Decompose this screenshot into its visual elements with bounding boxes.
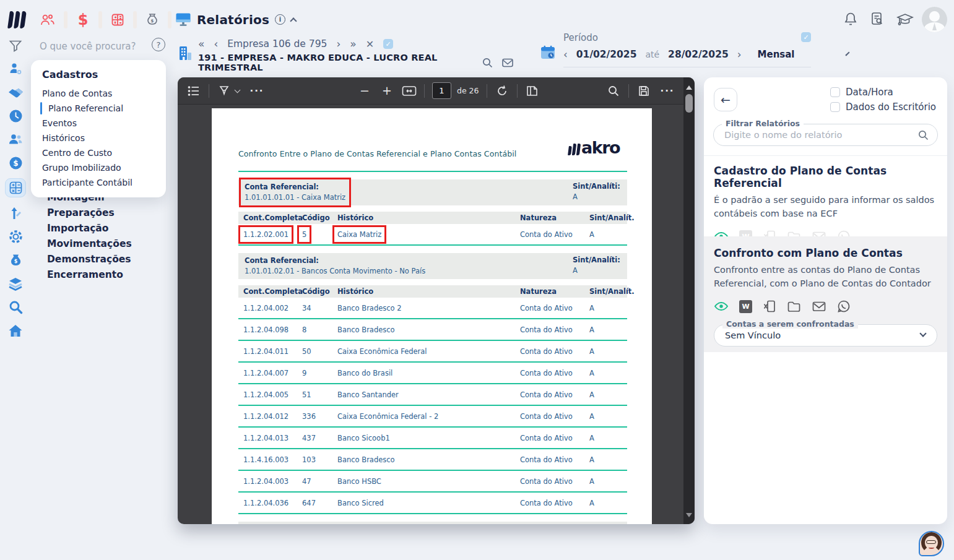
company-checkbox[interactable]: ✓ [383,39,393,49]
menu-item-label: Grupo Imobilizado [42,163,121,173]
previous-period-button[interactable]: ‹ [563,48,568,61]
clients-icon[interactable] [40,11,56,28]
menu-item-grupo-imobilizado[interactable]: Grupo Imobilizado [31,160,166,175]
menu-item-centro-de-custo[interactable]: Centro de Custo [31,145,166,160]
sidebar-section-demonstracoes[interactable]: Demonstrações [47,252,132,267]
zoom-out-button[interactable]: − [357,82,372,100]
menu-item-historicos[interactable]: Históricos [31,131,166,145]
export-whatsapp-icon[interactable] [837,299,851,313]
period-mode-chevron-icon[interactable] [845,51,849,56]
payroll-icon[interactable]: $ [145,11,160,28]
previous-company-button[interactable]: ‹ [214,38,218,50]
report-card-confronto-selected[interactable]: Confronto com Plano de Contas Confronto … [704,236,947,352]
filter-reports-label: Filtrar Relatórios [722,119,804,128]
handshake-icon[interactable] [7,84,24,100]
last-company-button[interactable]: » [350,38,356,50]
period-end-date[interactable]: 28/02/2025 [668,49,729,60]
annotate-pen-icon[interactable] [217,82,232,100]
back-button[interactable]: ← [714,88,737,111]
gear-icon[interactable] [8,228,24,244]
report-row: 1.1.2.04.01150Caixa Econômica FederalCon… [238,341,627,363]
period-start-date[interactable]: 01/02/2025 [576,49,637,60]
report-cell: Conta do Ativo [520,230,589,239]
filter-funnel-icon[interactable] [9,39,22,53]
money-bag-icon[interactable]: $ [9,252,23,268]
makro-app-logo[interactable] [9,11,25,28]
first-company-button[interactable]: « [198,38,204,50]
company-search-icon[interactable] [482,57,493,69]
dollar-coin-icon[interactable]: $ [8,155,24,171]
outline-panel-icon[interactable] [186,82,201,100]
data-hora-checkbox[interactable] [830,87,840,97]
company-name[interactable]: 191 - EMPRESA - MAKRO EDUCA - LUCRO REAL… [198,53,464,72]
notifications-bell-icon[interactable] [843,11,858,27]
sidebar-section-preparacoes[interactable]: Preparações [47,205,132,221]
report-cell: A [589,325,622,334]
report-cell: Banco do Brasil [337,369,520,377]
global-search-input[interactable]: O que você procura? [40,41,136,52]
layers-icon[interactable] [7,275,24,291]
fit-width-icon[interactable] [402,82,417,100]
document-search-icon[interactable] [870,11,885,27]
column-header: Natureza [520,287,589,296]
filter-reports-field[interactable]: Filtrar Relatórios Digite o nome do rela… [713,124,938,146]
sint-analiti: Sint/Analíti:A [573,182,622,203]
users-icon[interactable] [7,131,24,147]
page-view-icon[interactable] [525,82,540,100]
sidebar-section-encerramento[interactable]: Encerramento [47,267,132,283]
growth-icon[interactable] [8,205,23,221]
next-company-button[interactable]: › [336,38,340,50]
collapse-header-icon[interactable] [290,17,297,24]
report-options: Data/Hora Dados do Escritório [830,87,936,113]
scroll-down-icon[interactable] [686,513,692,517]
scrollbar-thumb[interactable] [685,94,693,113]
annotate-chevron-icon[interactable] [235,87,241,93]
dados-escritorio-checkbox[interactable] [830,102,840,112]
sidebar-section-movimentacoes[interactable]: Movimentações [47,236,132,252]
column-header: Histórico [337,213,520,222]
sidebar-section-importacao[interactable]: Importação [47,221,132,236]
filter-search-icon[interactable] [917,129,929,141]
period-mode[interactable]: Mensal [758,49,795,60]
info-icon[interactable]: i [275,14,285,25]
report-cell: Conta do Ativo [520,499,589,507]
company-mail-icon[interactable] [501,57,514,69]
page-number-input[interactable]: 1 [432,82,451,99]
menu-item-eventos[interactable]: Eventos [31,116,166,131]
search-rail-icon[interactable] [8,299,24,315]
report-cell: 1.1.2.04.002 [243,304,302,312]
report-cell: Conta do Ativo [520,347,589,356]
report-cell: Banco Sicred [337,499,520,507]
export-folder-icon[interactable] [787,299,801,313]
scroll-up-icon[interactable] [686,85,692,90]
calculator-icon-active[interactable] [5,178,26,197]
export-excel-icon[interactable] [763,299,776,313]
graduation-cap-icon[interactable] [896,11,914,27]
next-period-button[interactable]: › [737,48,742,61]
period-checkbox[interactable]: ✓ [801,32,811,42]
help-icon[interactable]: ? [152,38,165,51]
zoom-in-button[interactable]: + [379,82,394,100]
accounting-icon[interactable] [110,11,125,28]
pdf-scrollbar[interactable] [683,77,695,524]
menu-item-participante-contabil[interactable]: Participante Contábil [31,175,166,190]
menu-item-plano-de-contas[interactable]: Plano de Contas [31,86,166,101]
export-word-icon[interactable]: W [739,300,752,313]
assistant-avatar-bubble[interactable] [919,531,944,556]
financial-icon[interactable]: $ [76,11,90,28]
pdf-search-icon[interactable] [606,82,621,100]
menu-item-plano-referencial[interactable]: Plano Referencial [31,101,166,116]
menu-item-label: Centro de Custo [42,148,112,158]
user-settings-icon[interactable] [8,61,24,77]
preview-eye-icon[interactable] [714,299,729,313]
save-icon[interactable] [636,82,651,100]
pdf-more-icon[interactable]: ··· [660,82,675,100]
export-email-icon[interactable] [812,299,826,313]
contas-confrontadas-select[interactable]: Contas a serem confrontadas Sem Vínculo [714,324,937,347]
user-avatar[interactable] [922,7,947,32]
more-tools-icon[interactable]: ··· [249,82,264,100]
clock-icon[interactable] [8,108,24,124]
clear-company-button[interactable]: ✕ [366,38,374,50]
rotate-page-icon[interactable] [495,82,510,100]
home-icon[interactable] [7,322,24,338]
